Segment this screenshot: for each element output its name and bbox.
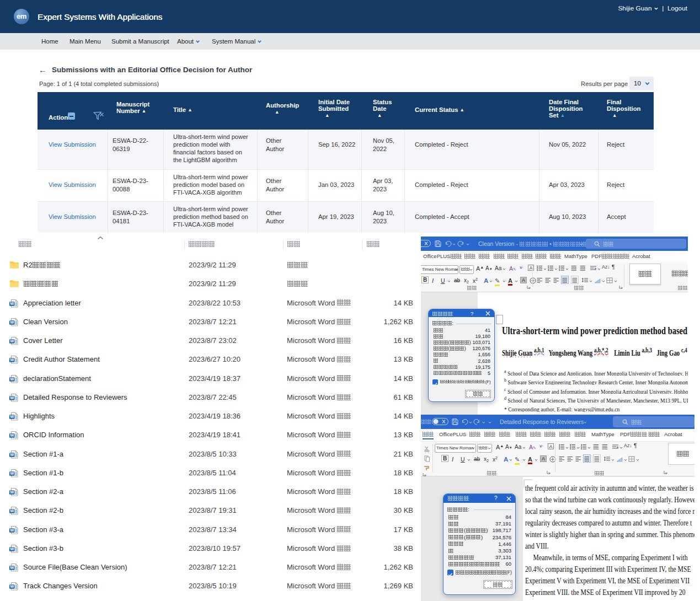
svg-text:W: W: [10, 433, 14, 438]
svg-text:W: W: [10, 509, 14, 514]
svg-text:W: W: [10, 339, 14, 344]
svg-text:W: W: [10, 584, 14, 589]
svg-text:W: W: [10, 377, 14, 382]
svg-text:W: W: [10, 546, 14, 551]
svg-text:W: W: [10, 414, 14, 419]
svg-text:W: W: [10, 565, 14, 570]
svg-text:W: W: [10, 395, 14, 400]
svg-text:W: W: [10, 528, 14, 533]
svg-text:W: W: [10, 358, 14, 363]
svg-text:W: W: [10, 301, 14, 306]
svg-text:W: W: [10, 452, 14, 457]
svg-text:W: W: [10, 471, 14, 476]
svg-text:W: W: [10, 490, 14, 495]
svg-text:W: W: [10, 320, 14, 325]
